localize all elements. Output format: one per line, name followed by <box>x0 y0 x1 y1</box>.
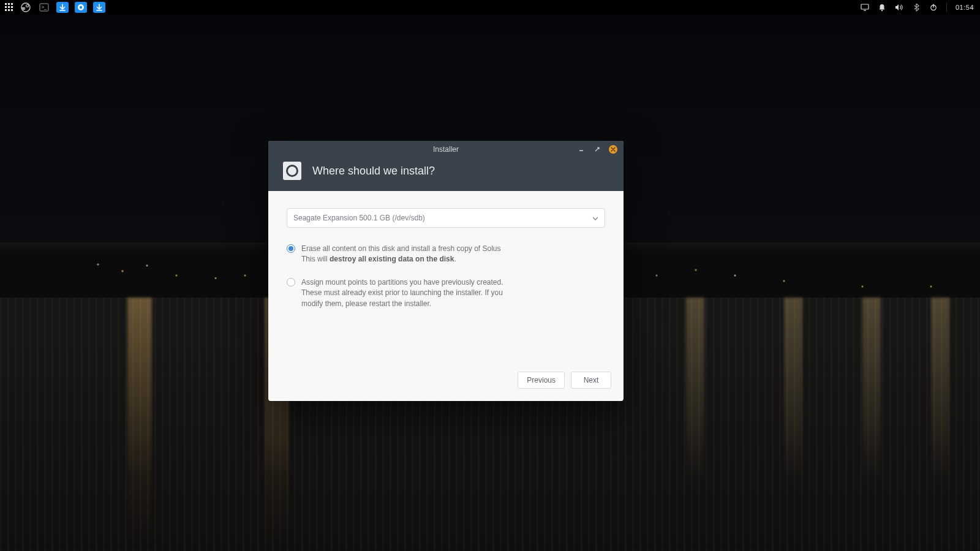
minimize-icon <box>578 146 584 152</box>
page-heading: Where should we install? <box>312 165 435 178</box>
chevron-down-icon <box>592 214 598 222</box>
svg-point-1 <box>26 5 29 7</box>
minimize-button[interactable] <box>577 145 586 154</box>
download-arrow-icon <box>93 2 105 13</box>
tray-display[interactable] <box>859 0 870 15</box>
option-assign-text: Assign mount points to partitions you ha… <box>301 277 510 309</box>
svg-text:>_: >_ <box>42 5 47 10</box>
tray-bluetooth[interactable] <box>911 0 922 15</box>
task-download-1[interactable] <box>55 0 70 15</box>
panel-clock[interactable]: 01:54 <box>954 0 975 15</box>
window-header: Where should we install? <box>268 158 624 191</box>
apps-grid-icon <box>5 3 13 12</box>
radio-assign[interactable] <box>287 278 295 287</box>
task-browser[interactable] <box>74 0 88 15</box>
window-body: Seagate Expansion 500.1 GB (/dev/sdb) Er… <box>268 191 624 364</box>
radio-erase[interactable] <box>287 244 295 253</box>
task-download-2[interactable] <box>92 0 107 15</box>
titlebar[interactable]: Installer <box>268 141 624 158</box>
panel-separator <box>946 3 947 12</box>
solus-logo-icon <box>283 162 301 180</box>
disk-select-value: Seagate Expansion 500.1 GB (/dev/sdb) <box>293 214 425 222</box>
svg-point-0 <box>21 3 30 12</box>
display-icon <box>861 3 869 12</box>
previous-button[interactable]: Previous <box>518 372 565 389</box>
window-footer: Previous Next <box>268 364 624 401</box>
download-arrow-icon <box>56 2 69 13</box>
terminal-icon: >_ <box>38 2 50 13</box>
maximize-button[interactable] <box>593 145 601 154</box>
installer-window: Installer Where should we install? Seaga… <box>268 141 624 401</box>
close-icon <box>611 147 616 152</box>
svg-rect-10 <box>861 4 869 9</box>
volume-icon <box>895 3 903 12</box>
tray-volume[interactable] <box>894 0 905 15</box>
steam-icon <box>20 2 32 13</box>
disk-select[interactable]: Seagate Expansion 500.1 GB (/dev/sdb) <box>287 208 605 228</box>
close-button[interactable] <box>609 145 617 154</box>
option-assign-mounts[interactable]: Assign mount points to partitions you ha… <box>287 277 605 309</box>
power-icon <box>929 3 938 12</box>
svg-point-8 <box>80 6 82 9</box>
top-panel: >_ <box>0 0 980 15</box>
bell-icon <box>878 3 886 12</box>
svg-point-12 <box>881 9 883 10</box>
applications-menu-button[interactable] <box>4 0 15 15</box>
tray-notifications[interactable] <box>876 0 888 15</box>
option-erase-disk[interactable]: Erase all content on this disk and insta… <box>287 244 605 265</box>
bluetooth-icon <box>912 3 921 12</box>
tray-power[interactable] <box>928 0 939 15</box>
next-button[interactable]: Next <box>571 372 611 389</box>
task-terminal[interactable]: >_ <box>37 0 51 15</box>
option-erase-text: Erase all content on this disk and insta… <box>301 244 501 265</box>
task-steam[interactable] <box>18 0 33 15</box>
maximize-icon <box>594 146 600 152</box>
window-title: Installer <box>268 145 624 154</box>
browser-icon <box>75 2 87 13</box>
